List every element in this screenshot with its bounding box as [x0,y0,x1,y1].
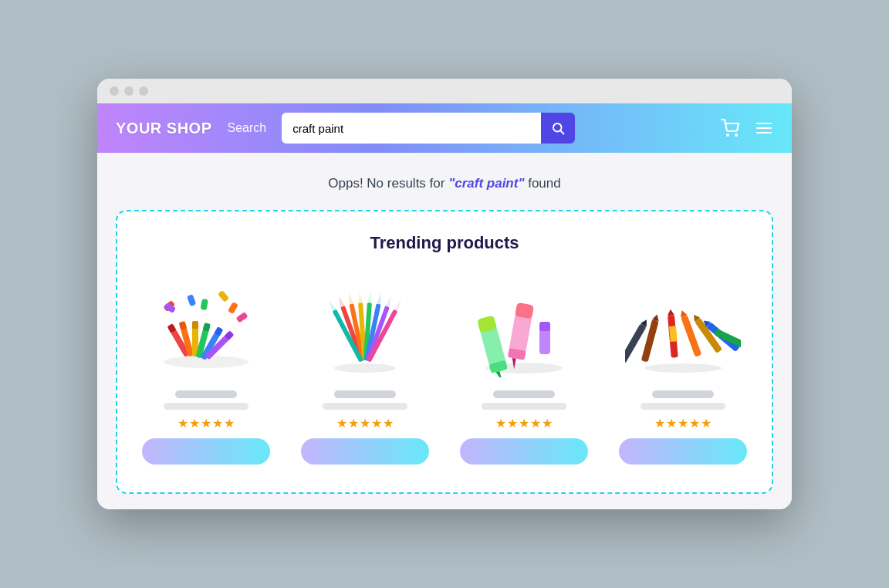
product-title-placeholder [334,390,396,398]
svg-rect-22 [201,299,208,310]
product-card: ★★★★★ [610,272,756,474]
svg-rect-53 [539,327,550,354]
svg-marker-37 [377,292,384,305]
svg-rect-23 [218,290,229,302]
browser-dot-green [139,86,148,96]
markers-illustration [144,285,268,377]
svg-marker-41 [394,299,403,311]
product-stars: ★★★★★ [336,416,394,431]
product-subtitle-placeholder [641,403,725,410]
product-subtitle-placeholder [323,403,407,410]
crayons-illustration [625,285,741,377]
svg-point-55 [644,363,722,373]
svg-marker-43 [326,299,336,311]
svg-marker-33 [357,291,363,302]
product-title-placeholder [652,390,714,398]
svg-marker-61 [667,309,674,316]
svg-rect-21 [187,294,196,306]
product-card: ★★★★★ [292,272,438,474]
product-stars: ★★★★★ [495,416,553,431]
svg-marker-35 [367,291,373,302]
nav-icons [721,119,773,137]
products-grid: ★★★★★ [133,272,756,474]
search-icon [551,121,565,135]
highlighters-illustration [466,285,582,377]
svg-rect-69 [669,326,678,342]
product-subtitle-placeholder [482,403,566,410]
product-add-button[interactable] [460,438,588,465]
search-wrapper [282,113,575,144]
hamburger-icon [755,119,773,137]
cart-button[interactable] [721,119,739,137]
product-add-button[interactable] [301,438,429,465]
cart-icon [721,119,739,137]
content-area: Opps! No results for "craft paint" found… [97,153,792,509]
svg-rect-13 [192,321,198,329]
trending-section: Trending products [116,210,773,494]
product-image-highlighters [460,281,588,381]
trending-title: Trending products [133,233,756,253]
browser-dot-yellow [124,86,134,96]
product-image-pencils [301,281,429,381]
site-logo: YOUR SHOP [116,120,212,137]
product-card: ★★★★★ [133,272,279,474]
product-image-crayons [619,281,747,381]
svg-marker-39 [385,295,394,307]
svg-marker-31 [346,292,353,305]
product-subtitle-placeholder [164,403,248,410]
svg-rect-54 [539,322,550,331]
pencils-illustration [315,285,415,377]
no-results-prefix: Opps! No results for [328,176,448,191]
browser-dot-red [110,86,119,96]
search-label: Search [228,121,267,135]
navbar: YOUR SHOP Search [97,103,792,153]
menu-button[interactable] [755,119,773,137]
svg-rect-24 [228,302,238,314]
product-stars: ★★★★★ [654,416,712,431]
no-results-query: "craft paint" [448,176,524,191]
svg-point-3 [735,134,737,136]
browser-titlebar [97,79,792,103]
product-add-button[interactable] [619,438,747,465]
svg-line-1 [561,130,564,133]
svg-rect-15 [203,323,211,332]
product-title-placeholder [175,390,237,398]
svg-point-27 [334,363,396,373]
search-input[interactable] [282,113,541,144]
svg-marker-29 [336,295,345,307]
product-card: ★★★★★ [451,272,597,474]
product-title-placeholder [493,390,555,398]
svg-rect-26 [236,312,248,323]
no-results-suffix: found [524,176,560,191]
svg-point-2 [727,134,728,136]
no-results-message: Opps! No results for "craft paint" found [116,176,773,191]
search-button[interactable] [541,113,575,144]
svg-rect-11 [179,321,187,330]
product-image-markers [142,281,270,381]
product-add-button[interactable] [142,438,270,465]
product-stars: ★★★★★ [177,416,235,431]
browser-window: YOUR SHOP Search [97,79,792,509]
